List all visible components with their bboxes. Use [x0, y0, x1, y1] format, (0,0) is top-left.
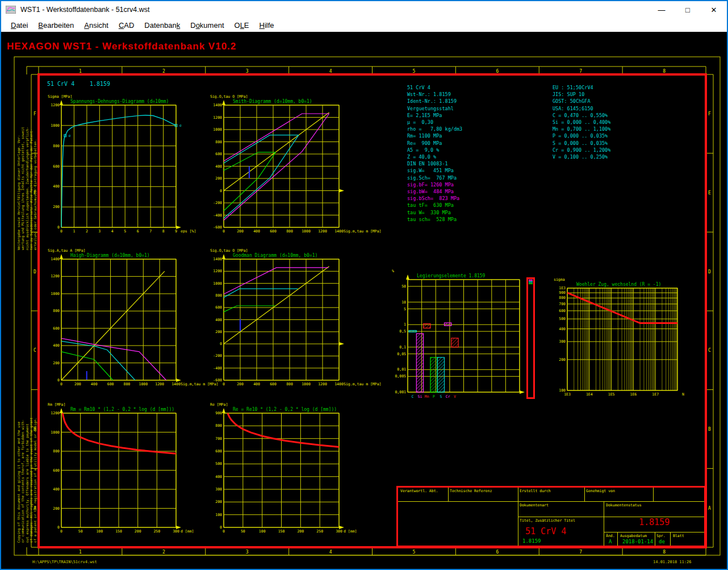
svg-text:0: 0	[60, 382, 62, 386]
svg-text:Sigma [MPa]: Sigma [MPa]	[48, 94, 72, 99]
drawing-canvas: HEXAGON WST1 - Werkstoffdatenbank V10.2 …	[1, 32, 727, 569]
svg-text:600: 600	[53, 326, 60, 331]
material-property: DIN EN 10083-1	[407, 160, 462, 167]
menu-item-ole[interactable]: OLE	[229, 20, 254, 31]
field-technische-referenz: Technische Referenz	[450, 489, 492, 493]
svg-text:2: 2	[162, 69, 165, 74]
svg-text:300: 300	[173, 529, 179, 534]
svg-text:100: 100	[96, 529, 103, 534]
material-property: sig.bSch= 823 MPa	[407, 195, 462, 202]
svg-text:1E4: 1E4	[586, 392, 593, 397]
menu-item-cad[interactable]: CAD	[114, 20, 139, 31]
svg-text:800: 800	[215, 140, 222, 144]
svg-text:Sig.m,tau m [MPa]: Sig.m,tau m [MPa]	[344, 382, 382, 386]
svg-text:Sig.m,tau m [MPa]: Sig.m,tau m [MPa]	[344, 229, 382, 234]
material-property: sig.W= 451 MPa	[407, 167, 462, 174]
svg-text:900: 900	[559, 290, 566, 295]
minimize-button[interactable]: —	[648, 1, 675, 18]
material-properties-list: 51 CrV 4Wst-Nr.: 1.8159Ident-Nr.: 1.8159…	[407, 84, 462, 223]
svg-text:F: F	[34, 111, 36, 117]
material-name-header: 51 CrV 4	[47, 81, 74, 87]
menu-item-datenbank[interactable]: Datenbank	[139, 20, 185, 31]
material-property: tau tF= 630 MPa	[407, 202, 462, 209]
svg-text:800: 800	[53, 309, 60, 313]
svg-text:400: 400	[215, 318, 222, 322]
svg-text:C: C	[412, 394, 414, 399]
green-tick	[529, 283, 533, 284]
svg-text:200: 200	[215, 500, 222, 504]
material-property: A5 = 9,0 %	[407, 147, 462, 153]
svg-text:7: 7	[579, 550, 582, 555]
svg-text:Re [MPa]: Re [MPa]	[210, 402, 228, 407]
svg-text:100: 100	[259, 529, 266, 534]
svg-text:100: 100	[215, 513, 222, 517]
svg-text:1000: 1000	[51, 292, 60, 296]
field-dokumentenstatus: Dokumentenstatus	[606, 503, 642, 507]
svg-text:700: 700	[215, 436, 222, 441]
svg-text:300: 300	[336, 529, 342, 534]
svg-text:8: 8	[663, 550, 666, 555]
svg-text:Re = Re10 * (1,2 - 0,2 * log (: Re = Re10 * (1,2 - 0,2 * log (d [mm]))	[233, 407, 337, 412]
svg-text:1200: 1200	[318, 229, 327, 234]
svg-text:8: 8	[663, 69, 666, 74]
close-button[interactable]: ✕	[701, 1, 727, 18]
svg-text:300: 300	[215, 487, 222, 492]
svg-text:200: 200	[53, 361, 60, 365]
svg-text:1400: 1400	[213, 103, 222, 107]
menu-item-hilfe[interactable]: Hilfe	[254, 20, 279, 31]
svg-text:4: 4	[329, 69, 332, 74]
svg-text:500: 500	[559, 317, 566, 321]
svg-text:0: 0	[57, 378, 60, 382]
svg-text:300: 300	[559, 339, 566, 344]
material-number-header: 1.8159	[90, 81, 110, 87]
svg-text:600: 600	[270, 382, 277, 386]
smith-diagram-chart: 0200400600800100012001400-600-400-200020…	[209, 92, 373, 235]
svg-text:1000: 1000	[51, 123, 60, 128]
svg-text:1E5: 1E5	[608, 392, 615, 397]
material-property: sig.bW= 484 MPa	[407, 188, 462, 195]
svg-text:600: 600	[53, 468, 60, 473]
svg-text:Rm = Rm10 * (1,2 - 0,2 * log (: Rm = Rm10 * (1,2 - 0,2 * log (d [mm]))	[70, 407, 174, 412]
menu-item-dokument[interactable]: Dokument	[185, 20, 229, 31]
svg-text:D: D	[708, 269, 711, 274]
svg-text:400: 400	[215, 164, 222, 169]
svg-text:d [mm]: d [mm]	[344, 529, 357, 534]
alloy-elements-chart: 5010510,50,10,050,010,0050,001CSiMnPSCrV…	[391, 267, 525, 401]
svg-text:400: 400	[253, 382, 260, 386]
field-spr: Spr.	[656, 534, 666, 538]
svg-text:2: 2	[162, 550, 165, 555]
svg-text:B: B	[708, 427, 711, 432]
svg-text:1200: 1200	[318, 382, 327, 386]
svg-text:F: F	[708, 111, 711, 117]
svg-text:5: 5	[124, 229, 126, 234]
field-erstellt-durch: Erstellt durch	[520, 489, 551, 493]
svg-text:1400: 1400	[171, 382, 181, 386]
material-standards-list: EU : 51;50CrV4JIS: SUP 10GOST: 50ChGFAUS…	[553, 84, 610, 160]
svg-text:Mn: Mn	[425, 394, 429, 399]
title-material-name: 51 CrV 4	[525, 526, 566, 536]
svg-text:400: 400	[215, 475, 222, 479]
svg-text:3: 3	[98, 229, 101, 234]
material-property: tau W= 330 MPa	[407, 209, 462, 216]
svg-text:d [mm]: d [mm]	[181, 529, 194, 534]
material-property: GOST: 50ChGFA	[553, 98, 610, 105]
field-aend: Änd.	[606, 534, 615, 538]
svg-text:Spannungs-Dehnungs-Diagramm (d: Spannungs-Dehnungs-Diagramm (d=10mm)	[70, 99, 169, 104]
menu-item-datei[interactable]: Datei	[6, 20, 33, 31]
svg-text:0,005: 0,005	[395, 374, 406, 378]
svg-text:-400: -400	[213, 213, 222, 218]
svg-text:600: 600	[53, 164, 60, 169]
svg-text:200: 200	[297, 529, 304, 534]
material-property: S = 0,000 .. 0,035%	[553, 140, 610, 147]
cyan-tick	[529, 281, 533, 282]
svg-text:10: 10	[401, 300, 406, 305]
svg-text:5: 5	[413, 69, 416, 74]
svg-text:400: 400	[91, 382, 98, 386]
menu-item-bearbeiten[interactable]: Bearbeiten	[33, 20, 79, 31]
menu-item-ansicht[interactable]: Ansicht	[79, 20, 114, 31]
svg-text:200: 200	[215, 176, 222, 181]
svg-text:1200: 1200	[155, 382, 164, 386]
svg-text:200: 200	[559, 357, 566, 362]
material-property: JIS: SUP 10	[553, 91, 610, 98]
maximize-button[interactable]: □	[675, 1, 701, 18]
